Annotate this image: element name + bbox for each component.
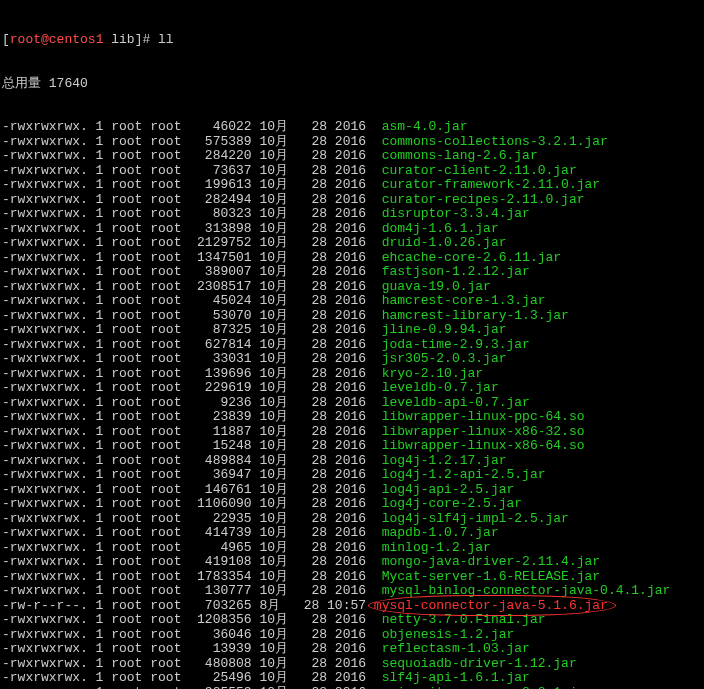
file-name: libwrapper-linux-x86-32.so [382, 424, 585, 439]
total-line: 总用量 17640 [2, 77, 702, 92]
file-meta: -rwxrwxrwx. 1 root root 389007 10月 28 20… [2, 264, 382, 279]
file-row: -rwxrwxrwx. 1 root root 22935 10月 28 201… [2, 512, 702, 527]
file-row: -rwxrwxrwx. 1 root root 1783354 10月 28 2… [2, 570, 702, 585]
file-row: -rwxrwxrwx. 1 root root 389007 10月 28 20… [2, 265, 702, 280]
file-name: mysql-connector-java-5.1.6.jar [374, 598, 608, 613]
file-row: -rwxrwxrwx. 1 root root 53070 10月 28 201… [2, 309, 702, 324]
prompt-path: lib [111, 32, 134, 47]
file-row: -rwxrwxrwx. 1 root root 87325 10月 28 201… [2, 323, 702, 338]
file-meta: -rwxrwxrwx. 1 root root 130777 10月 28 20… [2, 583, 382, 598]
file-row: -rwxrwxrwx. 1 root root 139696 10月 28 20… [2, 367, 702, 382]
file-meta: -rwxrwxrwx. 1 root root 419108 10月 28 20… [2, 554, 382, 569]
file-meta: -rwxrwxrwx. 1 root root 414739 10月 28 20… [2, 525, 382, 540]
file-meta: -rwxrwxrwx. 1 root root 139696 10月 28 20… [2, 366, 382, 381]
file-meta: -rwxrwxrwx. 1 root root 146761 10月 28 20… [2, 482, 382, 497]
file-row: -rwxrwxrwx. 1 root root 33031 10月 28 201… [2, 352, 702, 367]
prompt-user-host: root@centos1 [10, 32, 104, 47]
file-row: -rwxrwxrwx. 1 root root 414739 10月 28 20… [2, 526, 702, 541]
file-name: jsr305-2.0.3.jar [382, 351, 507, 366]
file-name: mapdb-1.0.7.jar [382, 525, 499, 540]
file-meta: -rwxrwxrwx. 1 root root 1106090 10月 28 2… [2, 496, 382, 511]
file-row: -rwxrwxrwx. 1 root root 11887 10月 28 201… [2, 425, 702, 440]
file-name: curator-framework-2.11.0.jar [382, 177, 600, 192]
file-meta: -rwxrwxrwx. 1 root root 325553 10月 28 20… [2, 685, 382, 690]
file-row: -rwxrwxrwx. 1 root root 284220 10月 28 20… [2, 149, 702, 164]
file-row: -rwxrwxrwx. 1 root root 36947 10月 28 201… [2, 468, 702, 483]
file-meta: -rwxrwxrwx. 1 root root 15248 10月 28 201… [2, 438, 382, 453]
file-meta: -rwxrwxrwx. 1 root root 36947 10月 28 201… [2, 467, 382, 482]
file-name: netty-3.7.0.Final.jar [382, 612, 546, 627]
file-meta: -rwxrwxrwx. 1 root root 11887 10月 28 201… [2, 424, 382, 439]
file-row: -rwxrwxrwx. 1 root root 45024 10月 28 201… [2, 294, 702, 309]
file-name: guava-19.0.jar [382, 279, 491, 294]
file-name: slf4j-api-1.6.1.jar [382, 670, 530, 685]
file-name: disruptor-3.3.4.jar [382, 206, 530, 221]
file-row: -rwxrwxrwx. 1 root root 36046 10月 28 201… [2, 628, 702, 643]
file-name: minlog-1.2.jar [382, 540, 491, 555]
file-name: mongo-java-driver-2.11.4.jar [382, 554, 600, 569]
file-row: -rw-r--r--. 1 root root 703265 8月 28 10:… [2, 599, 702, 614]
file-row: -rwxrwxrwx. 1 root root 480808 10月 28 20… [2, 657, 702, 672]
file-name: mysql-binlog-connector-java-0.4.1.jar [382, 583, 671, 598]
file-name: joda-time-2.9.3.jar [382, 337, 530, 352]
file-row: -rwxrwxrwx. 1 root root 419108 10月 28 20… [2, 555, 702, 570]
file-name: sequoiadb-driver-1.12.jar [382, 656, 577, 671]
file-name: dom4j-1.6.1.jar [382, 221, 499, 236]
file-row: -rwxrwxrwx. 1 root root 130777 10月 28 20… [2, 584, 702, 599]
file-name: druid-1.0.26.jar [382, 235, 507, 250]
file-name: ehcache-core-2.6.11.jar [382, 250, 561, 265]
file-row: -rwxrwxrwx. 1 root root 313898 10月 28 20… [2, 222, 702, 237]
prompt-line: [root@centos1 lib]# ll [2, 33, 702, 48]
file-meta: -rwxrwxrwx. 1 root root 1208356 10月 28 2… [2, 612, 382, 627]
file-name: log4j-core-2.5.jar [382, 496, 522, 511]
file-row: -rwxrwxrwx. 1 root root 2129752 10月 28 2… [2, 236, 702, 251]
file-meta: -rwxrwxrwx. 1 root root 2129752 10月 28 2… [2, 235, 382, 250]
file-meta: -rwxrwxrwx. 1 root root 87325 10月 28 201… [2, 322, 382, 337]
file-meta: -rwxrwxrwx. 1 root root 1783354 10月 28 2… [2, 569, 382, 584]
file-row: -rwxrwxrwx. 1 root root 1208356 10月 28 2… [2, 613, 702, 628]
file-name: hamcrest-library-1.3.jar [382, 308, 569, 323]
file-meta: -rwxrwxrwx. 1 root root 45024 10月 28 201… [2, 293, 382, 308]
file-meta: -rwxrwxrwx. 1 root root 575389 10月 28 20… [2, 134, 382, 149]
file-name: log4j-api-2.5.jar [382, 482, 515, 497]
file-name: univocity-parsers-2.2.1.jar [382, 685, 593, 690]
file-name: libwrapper-linux-ppc-64.so [382, 409, 585, 424]
file-row: -rwxrwxrwx. 1 root root 23839 10月 28 201… [2, 410, 702, 425]
file-name: log4j-slf4j-impl-2.5.jar [382, 511, 569, 526]
file-meta: -rwxrwxrwx. 1 root root 73637 10月 28 201… [2, 163, 382, 178]
file-meta: -rwxrwxrwx. 1 root root 53070 10月 28 201… [2, 308, 382, 323]
file-name: log4j-1.2.17.jar [382, 453, 507, 468]
file-row: -rwxrwxrwx. 1 root root 73637 10月 28 201… [2, 164, 702, 179]
file-name: log4j-1.2-api-2.5.jar [382, 467, 546, 482]
file-meta: -rwxrwxrwx. 1 root root 46022 10月 28 201… [2, 119, 382, 134]
file-row: -rwxrwxrwx. 1 root root 229619 10月 28 20… [2, 381, 702, 396]
file-meta: -rw-r--r--. 1 root root 703265 8月 28 10:… [2, 598, 374, 613]
file-meta: -rwxrwxrwx. 1 root root 2308517 10月 28 2… [2, 279, 382, 294]
file-meta: -rwxrwxrwx. 1 root root 489884 10月 28 20… [2, 453, 382, 468]
file-meta: -rwxrwxrwx. 1 root root 282494 10月 28 20… [2, 192, 382, 207]
file-row: -rwxrwxrwx. 1 root root 15248 10月 28 201… [2, 439, 702, 454]
file-row: -rwxrwxrwx. 1 root root 146761 10月 28 20… [2, 483, 702, 498]
file-row: -rwxrwxrwx. 1 root root 2308517 10月 28 2… [2, 280, 702, 295]
file-meta: -rwxrwxrwx. 1 root root 1347501 10月 28 2… [2, 250, 382, 265]
file-row: -rwxrwxrwx. 1 root root 9236 10月 28 2016… [2, 396, 702, 411]
file-name: commons-lang-2.6.jar [382, 148, 538, 163]
file-meta: -rwxrwxrwx. 1 root root 9236 10月 28 2016 [2, 395, 382, 410]
file-name: libwrapper-linux-x86-64.so [382, 438, 585, 453]
prompt-command: ll [158, 32, 174, 47]
prompt-suffix: ]# [135, 32, 158, 47]
file-name: leveldb-0.7.jar [382, 380, 499, 395]
file-row: -rwxrwxrwx. 1 root root 627814 10月 28 20… [2, 338, 702, 353]
file-meta: -rwxrwxrwx. 1 root root 199613 10月 28 20… [2, 177, 382, 192]
file-meta: -rwxrwxrwx. 1 root root 36046 10月 28 201… [2, 627, 382, 642]
file-meta: -rwxrwxrwx. 1 root root 4965 10月 28 2016 [2, 540, 382, 555]
file-name: leveldb-api-0.7.jar [382, 395, 530, 410]
file-row: -rwxrwxrwx. 1 root root 25496 10月 28 201… [2, 671, 702, 686]
file-name: commons-collections-3.2.1.jar [382, 134, 608, 149]
prompt-bracket: [ [2, 32, 10, 47]
file-meta: -rwxrwxrwx. 1 root root 313898 10月 28 20… [2, 221, 382, 236]
file-meta: -rwxrwxrwx. 1 root root 13939 10月 28 201… [2, 641, 382, 656]
file-name: objenesis-1.2.jar [382, 627, 515, 642]
file-row: -rwxrwxrwx. 1 root root 489884 10月 28 20… [2, 454, 702, 469]
file-row: -rwxrwxrwx. 1 root root 1347501 10月 28 2… [2, 251, 702, 266]
